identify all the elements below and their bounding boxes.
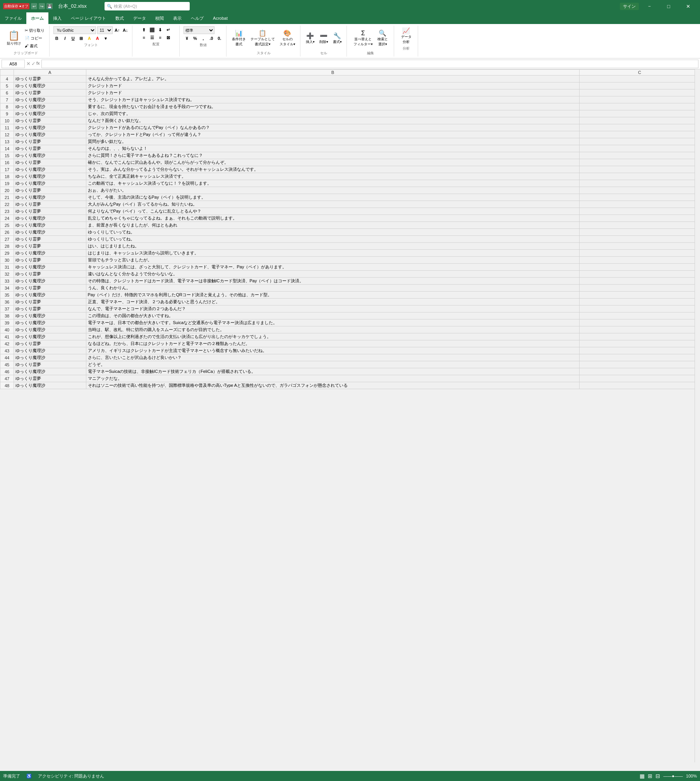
cut-button[interactable]: ✂ 切り取り [23, 27, 46, 34]
cell-c[interactable] [580, 152, 700, 159]
conditional-formatting-button[interactable]: 📊 条件付き書式 [230, 29, 247, 48]
cell-b[interactable]: キャッシュレス決済には、ざっと大別して、クレジットカード、電子マネー、Pay（ペ… [86, 264, 580, 271]
cell-b[interactable]: なんだ？面倒くさい奴だな。 [86, 117, 580, 124]
cell-b[interactable]: この動画では、キャッシュレス決済ってなに！？を説明します。 [86, 180, 580, 187]
cell-a[interactable]: ゆっくり魔理沙 [14, 131, 86, 138]
tab-page-layout[interactable]: ページ レイアウト [66, 12, 111, 24]
align-left-button[interactable]: ≡ [141, 34, 148, 41]
cell-b[interactable]: そんなのは、、、知らないよ！ [86, 145, 580, 152]
cell-b[interactable]: さらに、言いたいことが沢山あるけど良いかい？ [86, 354, 580, 361]
cell-a[interactable]: ゆっくり霊夢 [14, 145, 86, 152]
cell-a[interactable]: ゆっくり魔理沙 [14, 124, 86, 131]
col-header-b[interactable]: B [86, 70, 580, 76]
cell-c[interactable] [580, 215, 700, 222]
italic-button[interactable]: I [62, 35, 69, 42]
cell-b[interactable]: 確かに、なんでこんなに沢山あるんや。頭がこんがらがって分からんぞ。 [86, 159, 580, 166]
percent-button[interactable]: % [192, 35, 199, 42]
cell-a[interactable]: ゆっくり魔理沙 [14, 82, 86, 89]
tab-formulas[interactable]: 数式 [111, 12, 129, 24]
cell-b[interactable]: それはソニーの技術で高い性能を持つが、国際標準規格や普及率の高いType Aと互… [86, 382, 580, 389]
cell-c[interactable] [580, 285, 700, 292]
cell-a[interactable]: ゆっくり霊夢 [14, 138, 86, 145]
cell-c[interactable] [580, 306, 700, 312]
cell-c[interactable] [580, 278, 700, 285]
cell-a[interactable]: ゆっくり魔理沙 [14, 333, 86, 340]
cell-c[interactable] [580, 375, 700, 382]
cell-b[interactable]: はじまりは、キャッシュレス決済から説明していきます。 [86, 250, 580, 257]
cell-c[interactable] [580, 222, 700, 229]
cell-c[interactable] [580, 229, 700, 236]
font-increase-button[interactable]: A↑ [114, 27, 121, 34]
cell-a[interactable]: ゆっくり霊夢 [14, 257, 86, 264]
redo-icon[interactable]: ↪ [39, 3, 45, 9]
cell-a[interactable]: ゆっくり霊夢 [14, 117, 86, 124]
cell-reference-input[interactable]: A58 [2, 60, 25, 68]
cell-b[interactable]: そんなん分かってるよ。アレだよ。アレ。 [86, 76, 580, 82]
formula-input[interactable] [41, 60, 698, 68]
cell-b[interactable]: 電子マネーSuicaの技術は、非接触ICカード技術フェリカ（FeliCa）が搭載… [86, 368, 580, 375]
signin-button[interactable]: サイン [620, 3, 639, 10]
number-format-select[interactable]: 標準 [184, 26, 214, 34]
cell-a[interactable]: ゆっくり霊夢 [14, 306, 86, 312]
cell-c[interactable] [580, 166, 700, 173]
cell-b[interactable]: 何よりなんでPay（ペイ）って、こんなに乱立しとるんや？ [86, 208, 580, 215]
normal-view-button[interactable]: ▦ [640, 773, 645, 779]
cell-b[interactable]: ってか、クレジットカードとPay（ペイ）って何が違うん？ [86, 131, 580, 138]
tab-file[interactable]: ファイル [0, 12, 26, 24]
cell-a[interactable]: ゆっくり魔理沙 [14, 319, 86, 326]
cell-c[interactable] [580, 236, 700, 243]
cell-c[interactable] [580, 201, 700, 208]
cell-c[interactable] [580, 271, 700, 278]
cell-b[interactable]: 冒頭でもチラッと言いましたが。 [86, 257, 580, 264]
comma-button[interactable]: , [200, 35, 207, 42]
align-middle-button[interactable]: ⬛ [149, 26, 156, 33]
cell-a[interactable]: ゆっくり魔理沙 [14, 368, 86, 375]
cell-b[interactable]: そして、今後、主流の決済になるPay（ペイ）を説明します。 [86, 194, 580, 201]
cell-c[interactable] [580, 82, 700, 89]
cell-b[interactable]: ま、前置きが長くなりましたが、何はともあれ [86, 222, 580, 229]
cell-c[interactable] [580, 326, 700, 333]
cell-b[interactable]: ゆっくりしていってね。 [86, 229, 580, 236]
cell-c[interactable] [580, 159, 700, 166]
cell-b[interactable]: クレジットカード [86, 89, 580, 96]
cell-c[interactable] [580, 124, 700, 131]
cell-b[interactable]: アメリカ、イギリスはクレジットカードが主流で電子マネーという概念すら無いみたいだ… [86, 347, 580, 354]
cell-b[interactable]: これが、想像以上に便利過ぎたので生活の支払い決済にも広がり出したのがキッカケでし… [86, 333, 580, 340]
tab-home[interactable]: ホーム [26, 12, 48, 24]
cell-a[interactable]: ゆっくり魔理沙 [14, 215, 86, 222]
data-analysis-button[interactable]: 📈 データ分析 [400, 26, 413, 45]
font-decrease-button[interactable]: A↓ [122, 27, 129, 34]
cell-a[interactable]: ゆっくり霊夢 [14, 208, 86, 215]
cell-a[interactable]: ゆっくり魔理沙 [14, 347, 86, 354]
cell-b[interactable]: 大人がみんなPay（ペイ）言ってるからね。知りたいね。 [86, 201, 580, 208]
cell-a[interactable]: ゆっくり霊夢 [14, 361, 86, 368]
border-button[interactable]: ⊞ [78, 35, 85, 42]
cell-b[interactable]: なるほどね。だから、日本にはクレジットカードと電子マネーの２種類あったんだ。 [86, 340, 580, 347]
bold-button[interactable]: B [53, 35, 60, 42]
cell-a[interactable]: ゆっくり魔理沙 [14, 222, 86, 229]
tab-review[interactable]: 校閲 [151, 12, 168, 24]
tab-help[interactable]: ヘルプ [186, 12, 208, 24]
cell-a[interactable]: ゆっくり魔理沙 [14, 292, 86, 299]
search-box[interactable]: 🔍 検索 (Alt+Q) [105, 2, 190, 10]
cell-c[interactable] [580, 340, 700, 347]
cell-a[interactable]: ゆっくり霊夢 [14, 159, 86, 166]
fill-color-button[interactable]: A [86, 35, 93, 42]
col-header-c[interactable]: C [580, 70, 700, 76]
cell-b[interactable]: この理由は、その国の都合が大きいですね。 [86, 312, 580, 319]
cell-b[interactable]: クレジットカードがあるのになんでPay（ペイ）なんかあるの？ [86, 124, 580, 131]
cell-a[interactable]: ゆっくり魔理沙 [14, 96, 86, 103]
align-bottom-button[interactable]: ⬇ [157, 26, 164, 33]
cell-a[interactable]: ゆっくり霊夢 [14, 89, 86, 96]
cell-c[interactable] [580, 368, 700, 375]
cell-c[interactable] [580, 292, 700, 299]
align-top-button[interactable]: ⬆ [141, 26, 148, 33]
minimize-button[interactable]: － [640, 0, 658, 12]
zoom-slider[interactable]: ——●—— [663, 774, 683, 778]
cell-c[interactable] [580, 96, 700, 103]
cell-a[interactable]: ゆっくり霊夢 [14, 285, 86, 292]
cell-a[interactable]: ゆっくり魔理沙 [14, 250, 86, 257]
cell-a[interactable]: ゆっくり魔理沙 [14, 103, 86, 110]
cell-b[interactable]: はい、はじまりましたね。 [86, 243, 580, 250]
align-right-button[interactable]: ≡ [157, 34, 164, 41]
